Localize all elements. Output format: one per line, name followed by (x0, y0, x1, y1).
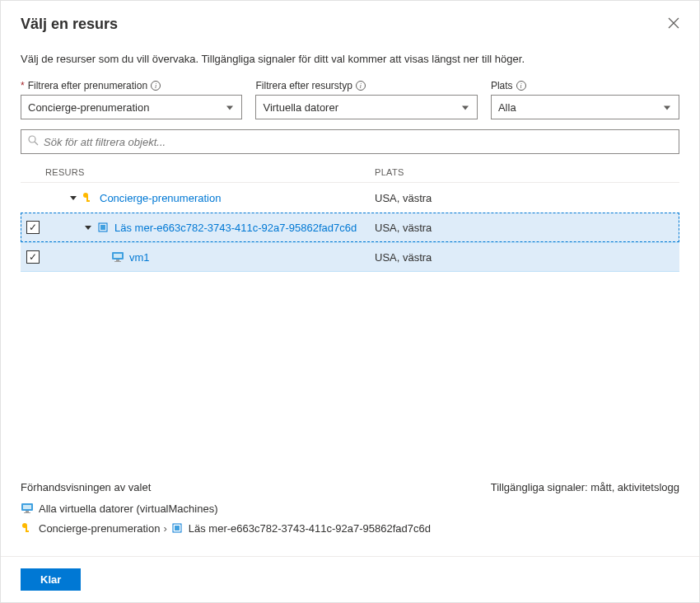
chevron-right-icon: › (163, 522, 166, 535)
vm-link[interactable]: vm1 (129, 251, 150, 264)
search-input[interactable] (44, 136, 672, 148)
svg-rect-19 (175, 526, 180, 531)
svg-point-0 (29, 136, 35, 143)
subscription-filter-label: * Filtrera efter prenumeration i (21, 80, 242, 91)
done-button[interactable]: Klar (21, 568, 81, 591)
info-icon[interactable]: i (516, 81, 526, 91)
location-dropdown[interactable]: Alla (491, 95, 679, 119)
preview-title: Förhandsvisningen av valet (21, 481, 151, 493)
column-location: Plats (375, 167, 679, 177)
vm-icon (21, 502, 34, 515)
svg-rect-8 (114, 254, 122, 258)
info-icon[interactable]: i (356, 81, 366, 91)
tree-row-resourcegroup[interactable]: ✓ Läs mer-e663c782-3743-411c-92a7-95862f… (21, 213, 679, 242)
svg-rect-17 (26, 531, 29, 532)
search-box[interactable] (21, 129, 679, 154)
location-filter-label: Plats i (491, 80, 679, 91)
tree-row-subscription[interactable]: Concierge-prenumeration USA, västra (21, 183, 679, 213)
preview-all-vms: Alla virtuella datorer (virtualMachines) (21, 502, 679, 515)
svg-rect-10 (114, 261, 121, 262)
svg-rect-4 (86, 200, 90, 202)
tree-row-vm[interactable]: ✓ vm1 USA, västra (21, 242, 679, 272)
resource-group-icon (170, 521, 184, 535)
chevron-down-icon[interactable] (70, 196, 77, 200)
available-signals: Tillgängliga signaler: mått, aktivitetsl… (491, 481, 679, 493)
close-button[interactable] (665, 12, 683, 36)
search-icon (28, 135, 39, 148)
checkbox[interactable]: ✓ (26, 250, 40, 264)
preview-breadcrumb: Concierge-prenumeration › Läs mer-e663c7… (21, 521, 679, 535)
key-icon (82, 191, 95, 204)
close-icon (668, 17, 679, 29)
svg-rect-12 (23, 505, 31, 509)
resourcegroup-link[interactable]: Läs mer-e663c782-3743-411c-92a7-95862fad… (114, 222, 357, 234)
svg-rect-6 (100, 225, 105, 230)
subscription-dropdown[interactable]: Concierge-prenumeration (21, 95, 242, 119)
preview-section: Förhandsvisningen av valet Tillgängliga … (21, 481, 679, 541)
key-icon (21, 521, 34, 535)
subscription-link[interactable]: Concierge-prenumeration (100, 192, 221, 204)
checkbox[interactable]: ✓ (26, 221, 40, 234)
svg-rect-13 (26, 511, 29, 512)
location-cell: USA, västra (375, 222, 670, 234)
svg-line-1 (35, 142, 38, 145)
svg-rect-14 (24, 512, 30, 513)
resourcetype-dropdown[interactable]: Virtuella datorer (255, 95, 477, 119)
location-cell: USA, västra (375, 192, 670, 204)
table-header: Resurs Plats (21, 162, 679, 183)
panel-title: Välj en resurs (21, 16, 118, 33)
resource-group-icon (96, 221, 110, 234)
location-cell: USA, västra (375, 251, 670, 264)
resourcetype-filter-label: Filtrera efter resurstyp i (255, 80, 477, 91)
svg-rect-9 (116, 259, 119, 261)
column-resource: Resurs (45, 167, 375, 177)
vm-icon (111, 250, 124, 264)
description-text: Välj de resurser som du vill övervaka. T… (21, 53, 679, 65)
footer: Klar (1, 556, 699, 602)
filter-row: * Filtrera efter prenumeration i Concier… (21, 80, 679, 119)
info-icon[interactable]: i (151, 81, 161, 91)
chevron-down-icon[interactable] (85, 226, 91, 230)
